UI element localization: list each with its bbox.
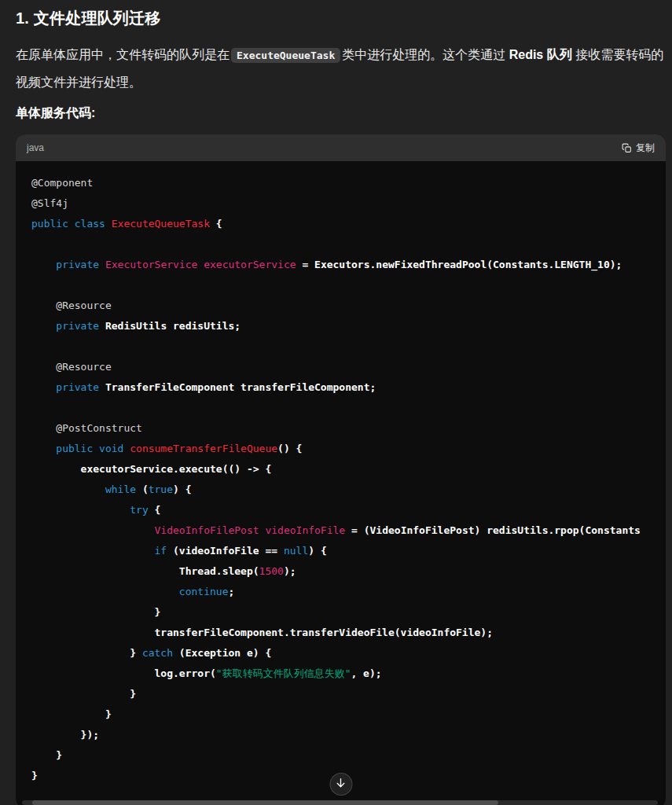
code-line: log.error("获取转码文件队列信息失败", e); [31, 663, 666, 684]
code-line: } [31, 745, 666, 766]
code-line: VideoInfoFilePost videoInfoFile = (Video… [31, 520, 666, 541]
code-line: @Slf4j [31, 193, 666, 214]
code-line: private TransferFileComponent transferFi… [31, 377, 666, 398]
code-line: @Resource [31, 357, 666, 377]
inline-code-chip: ExecuteQueueTask [231, 48, 340, 63]
copy-icon [622, 143, 632, 153]
horizontal-scrollbar-thumb[interactable] [32, 800, 498, 805]
code-line: } catch (Exception e) { [31, 643, 666, 663]
intro-paragraph: 在原单体应用中，文件转码的队列是在ExecuteQueueTask类中进行处理的… [16, 42, 666, 96]
code-section-label: 单体服务代码: [16, 105, 666, 122]
paragraph-text: 类中进行处理的。这个类通过 [342, 48, 505, 61]
code-line: continue; [31, 582, 666, 602]
code-line: try { [31, 500, 666, 520]
arrow-down-icon [335, 777, 347, 792]
code-line: } [31, 602, 666, 623]
document-content: 1. 文件处理队列迁移 在原单体应用中，文件转码的队列是在ExecuteQueu… [0, 0, 672, 805]
code-line: @Component [31, 173, 666, 193]
code-line: public class ExecuteQueueTask { [31, 214, 666, 234]
code-line: public void consumeTransferFileQueue() { [31, 439, 666, 459]
code-line [31, 336, 666, 357]
copy-button-label: 复制 [636, 142, 655, 155]
code-line: } [31, 684, 666, 704]
code-language-label: java [27, 142, 44, 153]
code-line: Thread.sleep(1500); [31, 561, 666, 582]
code-line: private ExecutorService executorService … [31, 255, 666, 275]
code-block: java 复制 @Component@Slf4jpublic class Exe… [16, 134, 666, 805]
bold-text: Redis 队列 [509, 48, 572, 61]
section-heading: 1. 文件处理队列迁移 [16, 8, 666, 29]
horizontal-scrollbar[interactable] [22, 800, 658, 805]
code-line: private RedisUtils redisUtils; [31, 316, 666, 336]
code-line: executorService.execute(() -> { [31, 459, 666, 480]
code-line: @Resource [31, 296, 666, 316]
code-content: @Component@Slf4jpublic class ExecuteQueu… [16, 161, 666, 786]
code-line: }); [31, 725, 666, 745]
code-line [31, 398, 666, 418]
code-line: @PostConstruct [31, 418, 666, 439]
scroll-to-bottom-button[interactable] [329, 773, 352, 796]
paragraph-text: 在原单体应用中，文件转码的队列是在 [16, 48, 230, 61]
code-line: transferFileComponent.transferVideoFile(… [31, 623, 666, 643]
code-line: while (true) { [31, 480, 666, 500]
code-line [31, 275, 666, 296]
copy-button[interactable]: 复制 [622, 142, 655, 155]
code-line: } [31, 704, 666, 725]
code-line: if (videoInfoFile == null) { [31, 541, 666, 561]
code-block-header: java 复制 [16, 134, 666, 161]
code-line [31, 234, 666, 255]
